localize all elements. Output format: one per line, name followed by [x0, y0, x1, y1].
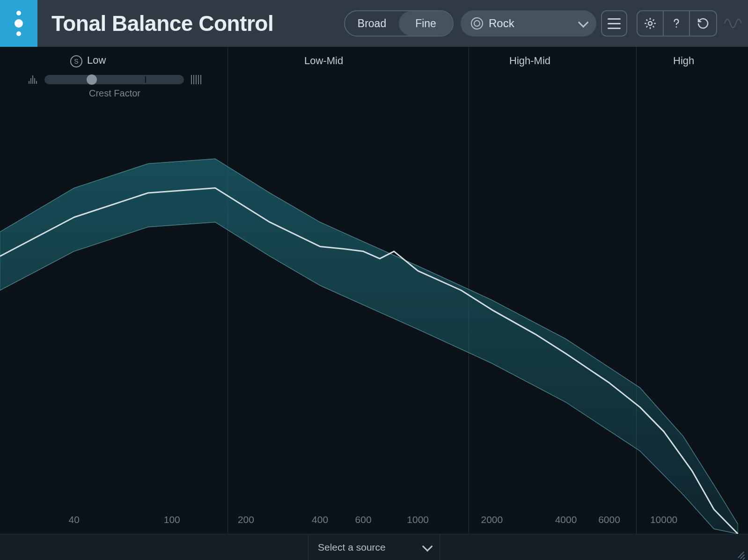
resize-grip[interactable]	[736, 549, 745, 558]
question-icon	[670, 16, 682, 30]
wave-icon	[724, 14, 742, 33]
utility-buttons	[637, 10, 717, 37]
reset-icon	[696, 16, 710, 30]
source-selector[interactable]: Select a source	[308, 534, 440, 560]
footer: Select a source	[0, 534, 748, 560]
freq-tick: 2000	[481, 514, 503, 525]
spectrum-display[interactable]	[0, 47, 748, 534]
freq-tick: 10000	[650, 514, 677, 525]
view-mode-toggle: Broad Fine	[344, 10, 454, 37]
freq-tick: 1000	[407, 514, 429, 525]
frequency-axis: 40100200400600100020004000600010000	[0, 514, 748, 528]
logo-dot	[16, 11, 21, 15]
freq-tick: 40	[68, 514, 79, 525]
freq-tick: 100	[164, 514, 180, 525]
chevron-down-icon	[578, 17, 589, 28]
preset-menu-button[interactable]	[601, 10, 627, 37]
preset-selector[interactable]: Rock	[461, 10, 596, 37]
logo-dot	[15, 19, 23, 28]
freq-tick: 400	[312, 514, 328, 525]
header: Tonal Balance Control Broad Fine Rock	[0, 0, 748, 47]
view-fine-button[interactable]: Fine	[399, 11, 453, 36]
reset-button[interactable]	[690, 11, 716, 36]
help-button[interactable]	[664, 11, 690, 36]
freq-tick: 600	[355, 514, 372, 525]
app-title: Tonal Balance Control	[51, 11, 273, 36]
source-label: Select a source	[318, 542, 423, 553]
logo-badge[interactable]	[0, 0, 37, 47]
freq-tick: 6000	[598, 514, 620, 525]
freq-tick: 4000	[555, 514, 577, 525]
target-icon	[471, 17, 483, 29]
chevron-down-icon	[422, 541, 433, 552]
freq-tick: 200	[238, 514, 254, 525]
logo-dot	[16, 31, 21, 36]
gear-icon	[643, 16, 657, 30]
svg-point-1	[676, 26, 677, 28]
view-broad-button[interactable]: Broad	[345, 11, 399, 36]
svg-point-0	[648, 22, 652, 25]
settings-button[interactable]	[638, 11, 664, 36]
preset-name: Rock	[489, 17, 579, 30]
